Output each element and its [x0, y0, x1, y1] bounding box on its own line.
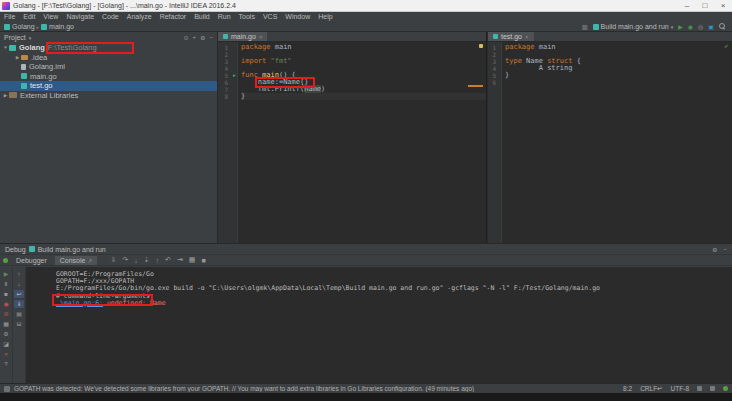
line-separator[interactable]: CRLF↵	[640, 385, 662, 393]
run-to-cursor-icon[interactable]: ⇥	[177, 256, 183, 264]
menu-file[interactable]: File	[0, 12, 19, 22]
debug-tab-debugger[interactable]: Debugger	[11, 256, 52, 265]
tree-item-label: test.go	[30, 81, 53, 90]
external-window-icon: ↗	[87, 257, 92, 264]
search-icon[interactable]	[719, 23, 726, 30]
run-button[interactable]: ▶	[678, 23, 683, 31]
tree-item-main-go[interactable]: main.go	[0, 72, 217, 82]
breadcrumb-item[interactable]: main.go	[41, 23, 74, 30]
show-execution-point-icon[interactable]: ⇩	[110, 256, 116, 264]
encoding[interactable]: UTF-8	[671, 385, 689, 392]
soft-wrap-icon[interactable]: ↩	[14, 290, 24, 298]
stop-button[interactable]: ■	[1, 290, 11, 298]
menu-help[interactable]: Help	[314, 12, 336, 22]
tree-arrow-icon[interactable]: ▼	[2, 45, 9, 50]
drop-frame-icon[interactable]: ↶	[165, 256, 171, 264]
code-token: }	[505, 71, 509, 79]
console-output[interactable]: GOROOT=E:/ProgramFiles/GoGOPATH=F:/xxx/G…	[26, 267, 732, 383]
tool-window-toggle-icon[interactable]	[4, 386, 10, 392]
tree-item-golang[interactable]: ▼GolangF:\Test\Golang	[0, 43, 217, 53]
hector-icon[interactable]	[710, 386, 715, 391]
debug-tab-console[interactable]: Console↗	[55, 256, 98, 265]
status-message[interactable]: GOPATH was detected: We've detected some…	[14, 385, 474, 392]
restore-layout-button[interactable]: ▦	[1, 320, 11, 328]
run-toolbar: ▥ Build main.go and run ▾ ▶◉◎▣	[582, 23, 732, 31]
window-title: Golang - [F:\Test\Golang] - [Golang] - .…	[13, 2, 236, 9]
menu-edit[interactable]: Edit	[19, 12, 39, 22]
force-step-into-icon[interactable]: ⇣	[144, 256, 150, 264]
step-out-icon[interactable]: ↑	[156, 257, 160, 264]
code-token: "fmt"	[271, 57, 292, 65]
chevron-down-icon[interactable]: ▾	[29, 35, 32, 41]
clear-all-icon[interactable]: ⊟	[14, 320, 24, 328]
tool-windows-icon[interactable]: ▥	[582, 23, 588, 31]
project-panel-title[interactable]: Project	[4, 34, 26, 41]
debug-button[interactable]: ◉	[688, 23, 693, 31]
mute-icon[interactable]: ▦	[189, 256, 196, 264]
close-icon[interactable]: ×	[525, 34, 529, 40]
tree-item-golang-iml[interactable]: Golang.iml	[0, 62, 217, 72]
step-over-icon[interactable]: ↷	[122, 256, 128, 264]
step-into-icon[interactable]: ↓	[134, 257, 138, 264]
code-editor[interactable]: package maintype Name struct { A string}	[502, 42, 732, 243]
hide-icon[interactable]: −	[209, 34, 213, 41]
help-button[interactable]: ?	[1, 360, 11, 368]
project-path-label: F:\Test\Golang	[48, 43, 97, 52]
cursor-position[interactable]: 8:2	[623, 385, 632, 392]
warning-stripe-mark[interactable]	[468, 85, 483, 87]
run-config-dropdown[interactable]: Build main.go and run ▾	[593, 23, 674, 30]
print-icon[interactable]: ▤	[14, 310, 24, 318]
menu-view[interactable]: View	[39, 12, 62, 22]
tree-item--idea[interactable]: ▶.idea	[0, 53, 217, 63]
minimize-button[interactable]: –	[678, 0, 696, 11]
close-icon[interactable]: ×	[259, 34, 263, 40]
settings-button[interactable]: ⚙	[1, 330, 11, 338]
tab-main-go[interactable]: main.go×	[218, 32, 267, 41]
tree-item-test-go[interactable]: test.go	[0, 81, 217, 91]
close-button[interactable]: ×	[1, 350, 11, 358]
close-button[interactable]: ×	[714, 0, 732, 11]
console-error-link[interactable]: .\main.go:6:	[56, 299, 103, 307]
breadcrumb-item[interactable]: Golang	[4, 23, 35, 30]
hide-icon[interactable]: −	[723, 246, 727, 253]
notification-icon[interactable]	[723, 386, 728, 391]
line-number: 4	[218, 65, 237, 72]
locate-icon[interactable]: ⊙	[184, 34, 189, 41]
menu-run[interactable]: Run	[214, 12, 235, 22]
pause-button[interactable]: Ⅱ	[1, 280, 11, 288]
tree-arrow-icon[interactable]: ▶	[14, 55, 21, 60]
run-gutter-icon[interactable]: ▶	[233, 72, 236, 79]
menu-code[interactable]: Code	[98, 12, 123, 22]
pin-button[interactable]: ◪	[1, 340, 11, 348]
settings-icon[interactable]: ⚙	[712, 246, 717, 253]
go-file-icon	[29, 246, 35, 252]
settings-icon[interactable]: ⚙	[200, 34, 205, 41]
code-editor[interactable]: package mainimport "fmt"func main() { na…	[238, 42, 486, 243]
menu-build[interactable]: Build	[190, 12, 214, 22]
view-breakpoints-button[interactable]: ◉	[1, 300, 11, 308]
menu-tools[interactable]: Tools	[235, 12, 259, 22]
debug-title: Debug	[5, 246, 26, 253]
inspection-warning-icon[interactable]	[479, 44, 483, 48]
tree-arrow-icon[interactable]: ▶	[2, 93, 9, 98]
maximize-button[interactable]: □	[696, 0, 714, 11]
menu-refactor[interactable]: Refactor	[156, 12, 190, 22]
collapse-all-icon[interactable]: +	[193, 34, 197, 41]
menu-vcs[interactable]: VCS	[259, 12, 281, 22]
inspection-ok-icon[interactable]: ✓	[724, 43, 729, 49]
lock-icon[interactable]	[697, 386, 702, 391]
coverage-button[interactable]: ◎	[698, 23, 703, 31]
up-stack-icon[interactable]: ↑	[14, 270, 24, 278]
down-stack-icon[interactable]: ↓	[14, 280, 24, 288]
menu-window[interactable]: Window	[281, 12, 314, 22]
profile-button[interactable]: ▣	[708, 23, 714, 31]
tab-test-go[interactable]: test.go×	[488, 32, 534, 41]
menu-analyze[interactable]: Analyze	[123, 12, 156, 22]
mute-breakpoints-button[interactable]: ⊘	[1, 310, 11, 318]
code-line: A string	[505, 65, 732, 72]
resume-button[interactable]: ▶	[1, 270, 11, 278]
tree-item-external-libraries[interactable]: ▶External Libraries	[0, 91, 217, 101]
stop-icon[interactable]: ■	[201, 257, 205, 264]
scroll-to-end-icon[interactable]: ⇓	[14, 300, 24, 308]
menu-navigate[interactable]: Navigate	[62, 12, 98, 22]
